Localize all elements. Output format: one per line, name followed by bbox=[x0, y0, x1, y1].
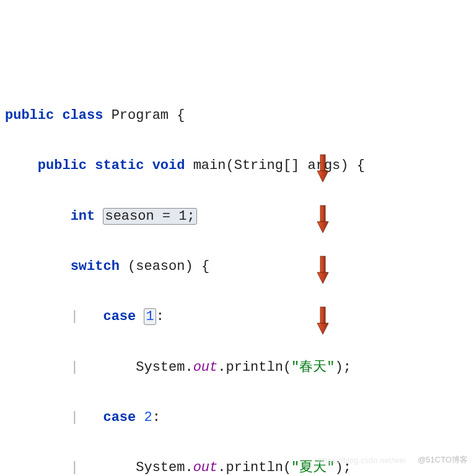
kw-int: int bbox=[71, 209, 95, 224]
svg-marker-5 bbox=[317, 272, 328, 283]
code-line-4: switch (season) { bbox=[5, 254, 469, 280]
string-spring: "春天" bbox=[291, 360, 335, 375]
code-line-7: | case 2: bbox=[5, 405, 469, 431]
watermark-csdn: https://blog.csdn.net/wei bbox=[318, 454, 406, 467]
svg-rect-6 bbox=[320, 307, 325, 324]
kw-class: class bbox=[62, 108, 103, 123]
fallthrough-arrow-icon bbox=[316, 154, 330, 183]
indent-guide: | bbox=[71, 309, 79, 324]
highlighted-expr: season = 1; bbox=[103, 208, 196, 225]
brace-open: { bbox=[177, 108, 185, 123]
svg-rect-4 bbox=[320, 256, 325, 274]
svg-marker-7 bbox=[317, 323, 328, 334]
code-line-3: int season = 1; bbox=[5, 204, 469, 230]
fallthrough-arrow-icon bbox=[316, 306, 330, 335]
case-value-1: 1 bbox=[144, 308, 156, 325]
watermark-51cto: @51CTO博客 bbox=[418, 452, 468, 467]
svg-rect-0 bbox=[320, 155, 325, 172]
out-field: out bbox=[193, 360, 218, 375]
kw-static: static bbox=[95, 158, 144, 173]
code-line-6: | System.out.println("春天"); bbox=[5, 355, 469, 381]
svg-marker-1 bbox=[317, 171, 328, 182]
kw-void: void bbox=[152, 158, 185, 173]
kw-public: public bbox=[38, 158, 87, 173]
fallthrough-arrow-icon bbox=[316, 204, 330, 234]
svg-rect-2 bbox=[320, 206, 325, 223]
code-line-2: public static void main(String[] args) { bbox=[5, 154, 469, 179]
class-name: Program bbox=[112, 108, 169, 123]
svg-marker-3 bbox=[317, 222, 328, 233]
code-line-5: | case 1: bbox=[5, 305, 469, 330]
kw-public: public bbox=[5, 108, 54, 123]
kw-switch: switch bbox=[71, 259, 120, 274]
fallthrough-arrow-icon bbox=[316, 255, 330, 285]
method-name: main bbox=[193, 158, 226, 173]
code-line-1: public class Program { bbox=[5, 103, 469, 129]
kw-case: case bbox=[103, 309, 136, 324]
